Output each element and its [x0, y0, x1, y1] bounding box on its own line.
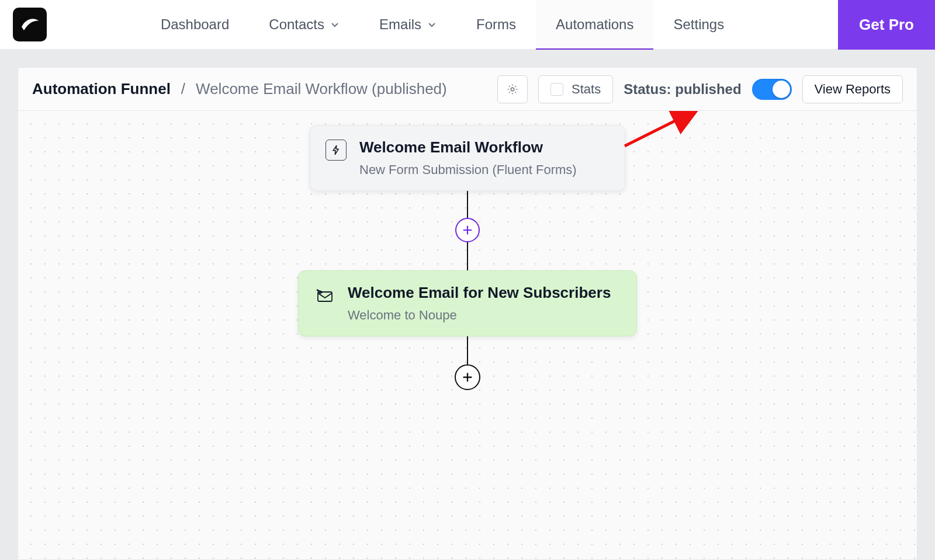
- nav-dashboard[interactable]: Dashboard: [141, 0, 249, 50]
- nav-contacts[interactable]: Contacts: [249, 0, 359, 50]
- toggle-knob: [773, 81, 790, 98]
- chevron-down-icon: [330, 20, 340, 29]
- action-card[interactable]: Welcome Email for New Subscribers Welcom…: [298, 270, 637, 336]
- nav-label: Dashboard: [161, 16, 229, 33]
- nav-forms[interactable]: Forms: [456, 0, 536, 50]
- status-label: Status: published: [624, 81, 741, 98]
- stats-button[interactable]: Stats: [538, 75, 613, 103]
- nav-emails[interactable]: Emails: [359, 0, 456, 50]
- nav-label: Settings: [673, 16, 724, 33]
- settings-button[interactable]: [497, 75, 528, 103]
- bolt-icon: [325, 140, 347, 161]
- email-send-icon: [314, 285, 335, 306]
- trigger-card-body: Welcome Email Workflow New Form Submissi…: [359, 138, 610, 178]
- nav-label: Automations: [556, 16, 633, 33]
- breadcrumb-separator: /: [181, 80, 185, 98]
- plus-icon: [461, 224, 474, 236]
- get-pro-button[interactable]: Get Pro: [838, 0, 935, 50]
- nav-automations[interactable]: Automations: [536, 0, 653, 50]
- plus-icon: [461, 371, 474, 384]
- add-step-end-button[interactable]: [455, 364, 480, 390]
- action-subtitle: Welcome to Noupe: [348, 308, 621, 323]
- automation-panel: Automation Funnel / Welcome Email Workfl…: [18, 67, 917, 560]
- nav-label: Emails: [379, 16, 421, 33]
- connector-line: [467, 336, 468, 364]
- logo-icon: [18, 13, 41, 36]
- trigger-card[interactable]: Welcome Email Workflow New Form Submissi…: [310, 125, 625, 191]
- connector-line: [467, 191, 468, 218]
- status-toggle[interactable]: [752, 79, 792, 100]
- view-reports-label: View Reports: [815, 82, 891, 97]
- gear-icon: [506, 83, 519, 96]
- trigger-subtitle: New Form Submission (Fluent Forms): [359, 162, 610, 178]
- nav-settings[interactable]: Settings: [653, 0, 744, 50]
- connector-line: [467, 242, 468, 270]
- get-pro-label: Get Pro: [859, 16, 914, 34]
- top-nav: Dashboard Contacts Emails Forms Automati…: [0, 0, 935, 50]
- view-reports-button[interactable]: View Reports: [802, 75, 903, 103]
- breadcrumb: Automation Funnel / Welcome Email Workfl…: [32, 80, 447, 98]
- breadcrumb-root[interactable]: Automation Funnel: [32, 80, 171, 98]
- panel-header: Automation Funnel / Welcome Email Workfl…: [18, 68, 917, 111]
- app-logo[interactable]: [13, 8, 47, 41]
- stats-label: Stats: [572, 82, 601, 97]
- trigger-title: Welcome Email Workflow: [359, 138, 610, 156]
- action-card-body: Welcome Email for New Subscribers Welcom…: [348, 284, 621, 323]
- workflow-canvas[interactable]: Welcome Email Workflow New Form Submissi…: [18, 111, 917, 559]
- breadcrumb-current: Welcome Email Workflow (published): [196, 80, 447, 98]
- svg-point-0: [511, 88, 514, 91]
- add-step-button[interactable]: [455, 218, 480, 242]
- action-title: Welcome Email for New Subscribers: [348, 284, 621, 302]
- page-body: Automation Funnel / Welcome Email Workfl…: [0, 50, 935, 560]
- chevron-down-icon: [427, 20, 437, 29]
- nav-label: Forms: [476, 16, 516, 33]
- svg-line-2: [625, 111, 695, 146]
- workflow-flow: Welcome Email Workflow New Form Submissi…: [304, 125, 631, 390]
- nav-links: Dashboard Contacts Emails Forms Automati…: [47, 0, 838, 50]
- checkbox-icon: [550, 83, 563, 96]
- nav-label: Contacts: [269, 16, 324, 33]
